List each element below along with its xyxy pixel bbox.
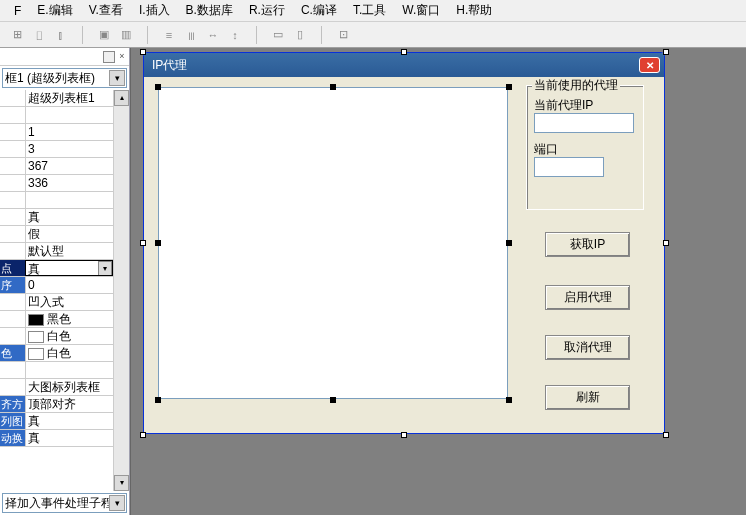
property-row[interactable]: 超级列表框1 xyxy=(0,90,113,107)
property-row[interactable]: 点真▾ xyxy=(0,260,113,277)
property-row[interactable]: 凹入式 xyxy=(0,294,113,311)
get-ip-button[interactable]: 获取IP xyxy=(545,232,630,257)
toolbar-separator xyxy=(82,26,83,44)
selection-handle[interactable] xyxy=(155,240,161,246)
component-selector-text: 框1 (超级列表框) xyxy=(5,70,95,87)
property-value[interactable]: 白色 xyxy=(25,328,113,344)
property-value[interactable]: 真 xyxy=(25,413,113,429)
property-row[interactable]: 367 xyxy=(0,158,113,175)
form-handle[interactable] xyxy=(140,240,146,246)
toolbar-btn-11[interactable]: ▯ xyxy=(291,26,309,44)
property-row[interactable]: 序0 xyxy=(0,277,113,294)
property-value[interactable]: 白色 xyxy=(25,345,113,361)
property-row[interactable]: 3 xyxy=(0,141,113,158)
menu-item-tools[interactable]: T.工具 xyxy=(347,0,392,21)
menu-item-help[interactable]: H.帮助 xyxy=(450,0,498,21)
chevron-down-icon[interactable]: ▾ xyxy=(98,261,112,276)
property-value[interactable]: 3 xyxy=(25,141,113,157)
form-handle[interactable] xyxy=(663,49,669,55)
property-value[interactable] xyxy=(25,107,113,123)
property-value[interactable]: 大图标列表框 xyxy=(25,379,113,395)
property-row[interactable]: 齐方顶部对齐 xyxy=(0,396,113,413)
property-label: 动换 xyxy=(0,430,25,446)
selection-handle[interactable] xyxy=(506,240,512,246)
toolbar-btn-7[interactable]: ⫼ xyxy=(182,26,200,44)
property-row[interactable] xyxy=(0,362,113,379)
toolbar-btn-5[interactable]: ▥ xyxy=(117,26,135,44)
property-value[interactable]: 黑色 xyxy=(25,311,113,327)
toolbar-btn-12[interactable]: ⊡ xyxy=(334,26,352,44)
form-handle[interactable] xyxy=(140,49,146,55)
property-row[interactable]: 默认型 xyxy=(0,243,113,260)
toolbar-btn-6[interactable]: ≡ xyxy=(160,26,178,44)
toolbar-btn-9[interactable]: ↕ xyxy=(226,26,244,44)
selection-handle[interactable] xyxy=(330,397,336,403)
property-row[interactable]: 假 xyxy=(0,226,113,243)
menu-item-run[interactable]: R.运行 xyxy=(243,0,291,21)
input-proxy-ip[interactable] xyxy=(534,113,634,133)
close-icon[interactable]: ✕ xyxy=(639,57,660,73)
event-selector[interactable]: 择加入事件处理子程 ▾ xyxy=(2,493,127,513)
toolbar-btn-2[interactable]: ⌷ xyxy=(30,26,48,44)
property-row[interactable]: 336 xyxy=(0,175,113,192)
form-handle[interactable] xyxy=(140,432,146,438)
property-value[interactable]: 336 xyxy=(25,175,113,191)
property-value[interactable]: 顶部对齐 xyxy=(25,396,113,412)
selection-handle[interactable] xyxy=(155,397,161,403)
menu-item-database[interactable]: B.数据库 xyxy=(180,0,239,21)
toolbar-btn-3[interactable]: ⫿ xyxy=(52,26,70,44)
property-value[interactable]: 真 xyxy=(25,209,113,225)
form-designer-canvas[interactable]: IP代理 ✕ 当前使用的代理 当前代理IP xyxy=(130,48,746,515)
property-value[interactable] xyxy=(25,362,113,378)
selection-handle[interactable] xyxy=(330,84,336,90)
property-value[interactable]: 真 xyxy=(25,430,113,446)
component-selector[interactable]: 框1 (超级列表框) ▾ xyxy=(2,68,127,88)
toolbar-btn-4[interactable]: ▣ xyxy=(95,26,113,44)
menu-item-edit[interactable]: E.编辑 xyxy=(31,0,78,21)
scroll-down-icon[interactable]: ▾ xyxy=(114,475,129,491)
selection-handle[interactable] xyxy=(155,84,161,90)
panel-close-icon[interactable]: × xyxy=(117,51,127,61)
selection-handle[interactable] xyxy=(506,84,512,90)
property-value[interactable]: 凹入式 xyxy=(25,294,113,310)
property-value[interactable]: 1 xyxy=(25,124,113,140)
form-handle[interactable] xyxy=(663,240,669,246)
toolbar-btn-10[interactable]: ▭ xyxy=(269,26,287,44)
property-value[interactable]: 367 xyxy=(25,158,113,174)
toolbar-btn-1[interactable]: ⊞ xyxy=(8,26,26,44)
property-row[interactable]: 动换真 xyxy=(0,430,113,447)
property-row[interactable]: 白色 xyxy=(0,328,113,345)
property-value[interactable]: 假 xyxy=(25,226,113,242)
scroll-up-icon[interactable]: ▴ xyxy=(114,90,129,106)
property-row[interactable]: 列图真 xyxy=(0,413,113,430)
property-row[interactable]: 色白色 xyxy=(0,345,113,362)
property-value[interactable]: 0 xyxy=(25,277,113,293)
design-form[interactable]: IP代理 ✕ 当前使用的代理 当前代理IP xyxy=(143,52,665,434)
listbox-main[interactable] xyxy=(158,87,508,399)
menu-item-compile[interactable]: C.编译 xyxy=(295,0,343,21)
input-port[interactable] xyxy=(534,157,604,177)
disable-proxy-button[interactable]: 取消代理 xyxy=(545,335,630,360)
refresh-button[interactable]: 刷新 xyxy=(545,385,630,410)
enable-proxy-button[interactable]: 启用代理 xyxy=(545,285,630,310)
property-value[interactable]: 默认型 xyxy=(25,243,113,259)
menu-item-file[interactable]: F xyxy=(8,2,27,20)
menu-item-window[interactable]: W.窗口 xyxy=(396,0,446,21)
property-value[interactable] xyxy=(25,192,113,208)
form-handle[interactable] xyxy=(663,432,669,438)
property-row[interactable]: 黑色 xyxy=(0,311,113,328)
property-row[interactable] xyxy=(0,192,113,209)
property-value[interactable]: 超级列表框1 xyxy=(25,90,113,106)
form-handle[interactable] xyxy=(401,432,407,438)
menu-item-view[interactable]: V.查看 xyxy=(83,0,129,21)
selection-handle[interactable] xyxy=(506,397,512,403)
property-row[interactable]: 1 xyxy=(0,124,113,141)
property-row[interactable]: 大图标列表框 xyxy=(0,379,113,396)
menu-item-insert[interactable]: I.插入 xyxy=(133,0,176,21)
property-row[interactable] xyxy=(0,107,113,124)
form-handle[interactable] xyxy=(401,49,407,55)
property-row[interactable]: 真 xyxy=(0,209,113,226)
property-value[interactable]: 真▾ xyxy=(25,260,113,276)
toolbar-btn-8[interactable]: ↔ xyxy=(204,26,222,44)
property-scrollbar[interactable]: ▴ ▾ xyxy=(113,90,129,491)
